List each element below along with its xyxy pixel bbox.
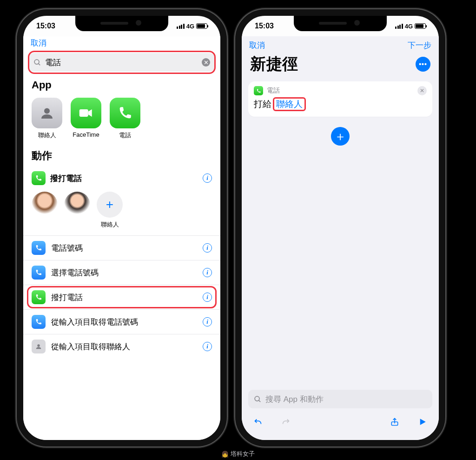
info-icon[interactable]: i (203, 342, 212, 351)
search-value: 電話 (45, 57, 61, 68)
info-icon[interactable]: i (203, 173, 212, 183)
memoji-avatar-1 (32, 192, 58, 218)
phone-blue-icon (32, 266, 46, 280)
contact-token[interactable]: 聯絡人 (274, 98, 304, 110)
page-title: 新捷徑 (250, 53, 298, 75)
action-row-call[interactable]: 撥打電話 i (23, 285, 220, 309)
memoji-avatar-2 (64, 192, 90, 218)
facetime-icon (71, 98, 101, 128)
action-row[interactable]: 選擇電話號碼 i (23, 260, 220, 285)
undo-button[interactable] (252, 416, 264, 428)
suggested-contact-2[interactable] (64, 192, 90, 229)
svg-point-5 (255, 396, 259, 401)
section-actions-title: 動作 (23, 145, 220, 167)
phone-mini-icon (32, 171, 46, 185)
remove-card-icon[interactable]: ✕ (417, 86, 427, 95)
search-input[interactable]: 電話 ✕ (29, 53, 215, 72)
action-row[interactable]: 從輸入項目取得電話號碼 i (23, 309, 220, 334)
search-icon (33, 59, 41, 67)
app-phone[interactable]: 電話 (110, 98, 140, 140)
battery-icon (196, 23, 207, 29)
contacts-grey-icon (32, 340, 46, 353)
run-button[interactable] (416, 416, 429, 428)
add-contact-suggestion[interactable]: +聯絡人 (97, 192, 123, 229)
more-button[interactable]: ••• (416, 57, 430, 72)
signal-icon (177, 24, 185, 29)
status-time: 15:03 (36, 22, 55, 30)
plus-icon: + (97, 192, 123, 218)
suggested-contact-1[interactable] (32, 192, 58, 229)
phone-right-frame: 15:03 4G 取消 下一步 新捷徑 ••• 電話 ✕ 打給 聯絡人 (235, 9, 445, 447)
share-button[interactable] (389, 416, 401, 428)
svg-line-6 (259, 400, 261, 402)
action-row[interactable]: 電話號碼 i (23, 235, 220, 260)
watermark: 👧塔科女子 (221, 450, 255, 458)
clear-search-icon[interactable]: ✕ (202, 58, 210, 67)
app-facetime[interactable]: FaceTime (71, 98, 101, 140)
network-label: 4G (186, 23, 194, 30)
call-prefix: 打給 (254, 98, 271, 110)
signal-icon (395, 24, 403, 29)
info-icon[interactable]: i (203, 243, 212, 253)
status-time: 15:03 (255, 22, 274, 30)
network-label: 4G (405, 23, 413, 30)
svg-line-1 (39, 63, 40, 65)
info-icon[interactable]: i (203, 293, 212, 302)
toolbar (242, 412, 439, 440)
phone-mini-icon (254, 86, 263, 95)
add-action-button[interactable]: ＋ (331, 127, 350, 146)
notch (75, 15, 168, 31)
action-card[interactable]: 電話 ✕ 打給 聯絡人 (248, 81, 432, 117)
bottom-search-placeholder: 搜尋 App 和動作 (265, 394, 324, 405)
featured-action[interactable]: 撥打電話 i (23, 167, 220, 190)
notch (294, 15, 387, 31)
action-row[interactable]: 從輸入項目取得聯絡人 i (23, 334, 220, 359)
phone-blue-icon (32, 241, 46, 255)
info-icon[interactable]: i (203, 268, 212, 277)
phone-green-icon (32, 290, 46, 304)
info-icon[interactable]: i (203, 317, 212, 327)
next-button[interactable]: 下一步 (408, 40, 431, 51)
phone-blue-icon (32, 315, 46, 329)
app-contacts[interactable]: 聯絡人 (32, 98, 62, 140)
svg-point-0 (34, 60, 39, 64)
search-icon (254, 395, 262, 403)
redo-button (280, 416, 292, 428)
svg-point-4 (37, 344, 40, 347)
svg-point-2 (44, 108, 50, 114)
section-app-title: App (23, 75, 220, 95)
phone-icon (110, 98, 140, 128)
card-app-label: 電話 (267, 87, 280, 95)
modal-cancel[interactable]: 取消 (23, 36, 220, 48)
cancel-button[interactable]: 取消 (249, 40, 265, 51)
battery-icon (415, 23, 426, 29)
bottom-search[interactable]: 搜尋 App 和動作 (248, 390, 432, 408)
phone-left-frame: 15:03 4G 取消 電話 ✕ App 聯絡人 FaceTime (17, 9, 227, 447)
svg-rect-3 (79, 109, 88, 117)
contacts-icon (32, 98, 62, 128)
